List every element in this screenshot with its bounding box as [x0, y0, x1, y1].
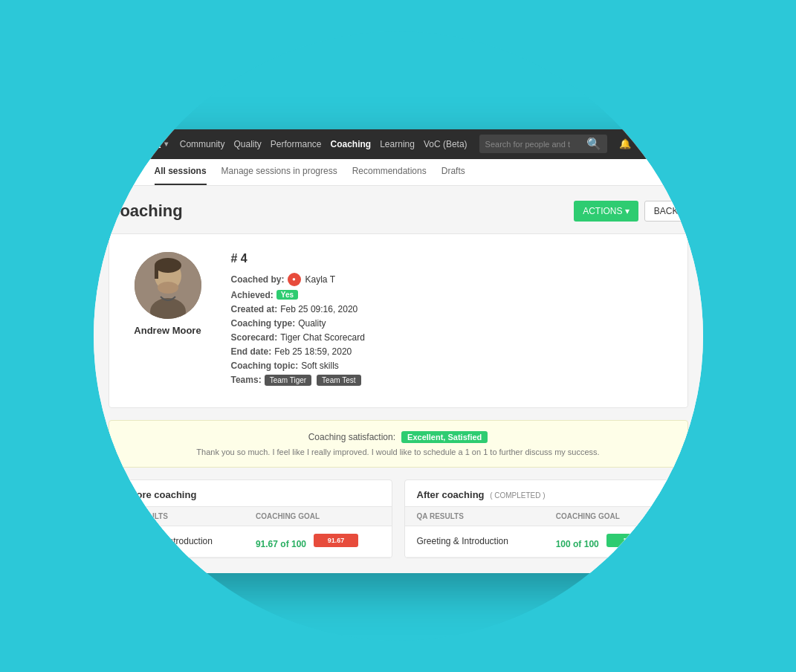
- nav-links: Community Quality Performance Coaching L…: [180, 139, 467, 149]
- before-coaching-header: Before coaching: [109, 480, 392, 506]
- before-goal-header: COACHING GOAL: [244, 506, 392, 526]
- avatar: [135, 252, 201, 319]
- megaphone-icon[interactable]: 📢: [637, 138, 649, 149]
- team-tag-tiger: Team Tiger: [265, 375, 311, 386]
- coaching-results: Before coaching QA RESULTS COACHING GOAL…: [109, 479, 688, 558]
- nav-link-learning[interactable]: Learning: [380, 139, 415, 149]
- coached-by-name: Kayla T: [305, 274, 335, 285]
- after-coaching-table: QA RESULTS COACHING GOAL Greeting & Intr…: [405, 506, 687, 558]
- teams-row: Teams: Team Tiger Team Test: [231, 375, 670, 386]
- scorecard-row: Scorecard: Tiger Chat Scorecard: [231, 332, 670, 343]
- coached-by-avatar: ●: [288, 273, 301, 286]
- completed-badge: ( COMPLETED ): [490, 491, 545, 500]
- teams-label: Teams:: [231, 375, 262, 385]
- after-progress-bar: 100: [606, 534, 651, 547]
- end-date-row: End date: Feb 25 18:59, 2020: [231, 346, 670, 357]
- alert-icon[interactable]: 🔔: [655, 138, 667, 149]
- after-qa-header: QA RESULTS: [405, 506, 544, 526]
- before-progress-bar: 91.67: [314, 534, 358, 547]
- satisfaction-text: Thank you so much. I feel like I really …: [124, 448, 673, 456]
- table-row: Greeting & Introduction 91.67 of 100 91.…: [109, 526, 392, 557]
- coaching-topic-value: Soft skills: [301, 361, 339, 371]
- after-coaching-panel: After coaching ( COMPLETED ) QA RESULTS …: [404, 479, 688, 558]
- after-progress-fill: 100: [606, 534, 651, 547]
- logo-text: playvox: [117, 138, 161, 151]
- before-coaching-panel: Before coaching QA RESULTS COACHING GOAL…: [109, 479, 392, 558]
- before-qa-result: Greeting & Introduction: [109, 526, 244, 557]
- subnav-link-all-sessions[interactable]: All sessions: [155, 159, 207, 185]
- after-goal-header: COACHING GOAL: [544, 506, 687, 526]
- before-coaching-title: Before coaching: [121, 489, 197, 500]
- main-content: Coaching ACTIONS ▾ BACK: [94, 186, 703, 573]
- nav-link-community[interactable]: Community: [180, 139, 225, 149]
- scorecard-value: Tiger Chat Scorecard: [280, 332, 365, 343]
- coaching-topic-label: Coaching topic:: [231, 361, 299, 371]
- nav-icons: 🔔 📢 🔔 ⚙ ? U: [619, 136, 703, 152]
- nav-link-voc[interactable]: VoC (Beta): [424, 139, 467, 149]
- before-qa-header: QA RESULTS: [109, 506, 244, 526]
- search-input[interactable]: [485, 140, 582, 149]
- satisfaction-banner: Coaching satisfaction: Excellent, Satisf…: [109, 420, 688, 468]
- svg-point-2: [155, 258, 181, 273]
- before-score: 91.67 of 100: [256, 539, 306, 549]
- satisfaction-row: Coaching satisfaction: Excellent, Satisf…: [124, 431, 673, 443]
- svg-rect-3: [155, 265, 158, 279]
- after-qa-result: Greeting & Introduction: [405, 526, 544, 557]
- table-row: Greeting & Introduction 100 of 100 100: [405, 526, 687, 557]
- after-coaching-title: After coaching: [417, 489, 485, 500]
- subnav-link-recommendations[interactable]: Recommendations: [352, 159, 427, 185]
- svg-point-4: [158, 282, 178, 294]
- subnav-link-reports[interactable]: Reports: [109, 159, 140, 185]
- created-at-value: Feb 25 09:16, 2020: [280, 304, 357, 314]
- nav-link-coaching[interactable]: Coaching: [331, 139, 372, 149]
- subnav: Reports All sessions Manage sessions in …: [94, 159, 703, 186]
- achieved-badge: Yes: [276, 290, 298, 300]
- end-date-value: Feb 25 18:59, 2020: [274, 346, 352, 357]
- subnav-link-manage-sessions[interactable]: Manage sessions in progress: [221, 159, 337, 185]
- logo-v-icon: V: [106, 138, 114, 151]
- achieved-row: Achieved: Yes: [231, 290, 670, 300]
- before-progress-fill: 91.67: [314, 534, 358, 547]
- session-number: # 4: [231, 252, 670, 265]
- page-header: Coaching ACTIONS ▾ BACK: [109, 201, 688, 222]
- before-score-cell: 91.67 of 100 91.67: [244, 526, 392, 557]
- coached-by-label: Coached by:: [231, 274, 285, 285]
- created-at-row: Created at: Feb 25 09:16, 2020: [231, 304, 670, 314]
- satisfaction-badge: Excellent, Satisfied: [401, 431, 488, 443]
- help-icon[interactable]: ?: [687, 138, 693, 149]
- actions-button[interactable]: ACTIONS ▾: [574, 201, 638, 222]
- nav-search[interactable]: 🔍: [479, 135, 607, 153]
- notification-icon[interactable]: 🔔: [619, 138, 631, 149]
- search-icon: 🔍: [586, 137, 601, 151]
- nav-link-quality[interactable]: Quality: [233, 139, 261, 149]
- end-date-label: End date:: [231, 346, 272, 357]
- created-at-label: Created at:: [231, 304, 278, 314]
- user-avatar-nav[interactable]: U: [699, 136, 703, 152]
- coaching-type-value: Quality: [298, 318, 326, 329]
- profile-name: Andrew Moore: [134, 325, 201, 336]
- header-actions: ACTIONS ▾ BACK: [574, 201, 687, 222]
- profile-avatar-section: Andrew Moore: [127, 252, 209, 390]
- satisfaction-label: Coaching satisfaction:: [308, 432, 395, 442]
- coached-by-row: Coached by: ● Kayla T: [231, 273, 670, 286]
- after-score-cell: 100 of 100 100: [544, 526, 687, 557]
- nav-link-performance[interactable]: Performance: [271, 139, 322, 149]
- profile-details: # 4 Coached by: ● Kayla T Achieved: Yes …: [231, 252, 670, 390]
- coaching-topic-row: Coaching topic: Soft skills: [231, 361, 670, 371]
- team-tag-test: Team Test: [317, 375, 360, 386]
- after-coaching-header: After coaching ( COMPLETED ): [405, 480, 687, 506]
- subnav-link-drafts[interactable]: Drafts: [441, 159, 465, 185]
- before-coaching-table: QA RESULTS COACHING GOAL Greeting & Intr…: [109, 506, 392, 558]
- back-button[interactable]: BACK: [644, 201, 688, 222]
- navbar: V playvox ▾ Community Quality Performanc…: [94, 129, 703, 159]
- after-score: 100 of 100: [556, 539, 599, 549]
- nav-logo[interactable]: V playvox ▾: [106, 138, 168, 151]
- logo-chevron-icon: ▾: [164, 140, 168, 148]
- page-title: Coaching: [109, 201, 183, 221]
- settings-icon[interactable]: ⚙: [673, 138, 682, 149]
- scorecard-label: Scorecard:: [231, 332, 278, 343]
- coaching-type-row: Coaching type: Quality: [231, 318, 670, 329]
- achieved-label: Achieved:: [231, 290, 274, 300]
- coaching-type-label: Coaching type:: [231, 318, 296, 329]
- profile-card: Andrew Moore # 4 Coached by: ● Kayla T A…: [109, 233, 688, 408]
